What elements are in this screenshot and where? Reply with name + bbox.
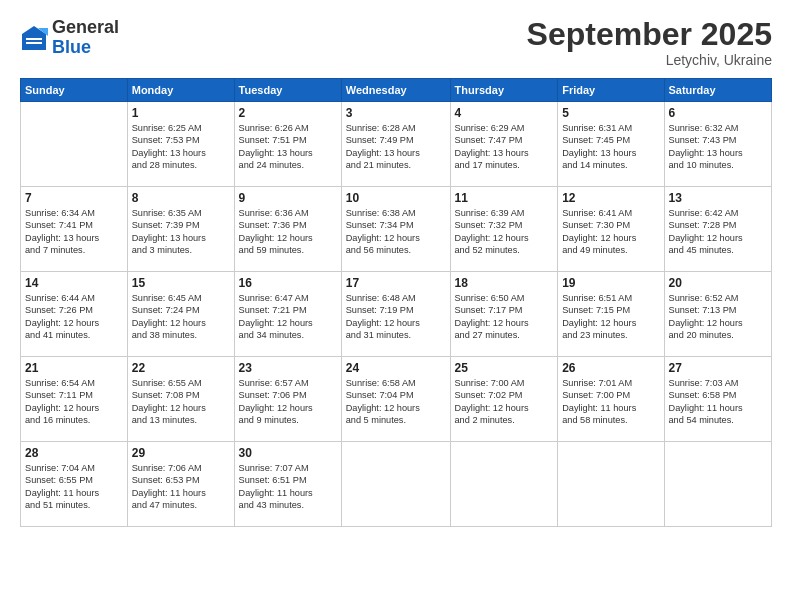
day-info: Sunrise: 6:57 AMSunset: 7:06 PMDaylight:…: [239, 377, 337, 427]
day-number: 1: [132, 106, 230, 120]
day-info: Sunrise: 6:48 AMSunset: 7:19 PMDaylight:…: [346, 292, 446, 342]
calendar-week-row: 21Sunrise: 6:54 AMSunset: 7:11 PMDayligh…: [21, 357, 772, 442]
day-number: 24: [346, 361, 446, 375]
logo-blue-text: Blue: [52, 37, 91, 57]
day-number: 5: [562, 106, 659, 120]
day-number: 17: [346, 276, 446, 290]
day-info: Sunrise: 6:45 AMSunset: 7:24 PMDaylight:…: [132, 292, 230, 342]
day-number: 4: [455, 106, 554, 120]
day-number: 6: [669, 106, 768, 120]
svg-rect-3: [26, 42, 42, 44]
day-info: Sunrise: 7:07 AMSunset: 6:51 PMDaylight:…: [239, 462, 337, 512]
table-row: 5Sunrise: 6:31 AMSunset: 7:45 PMDaylight…: [558, 102, 664, 187]
table-row: 10Sunrise: 6:38 AMSunset: 7:34 PMDayligh…: [341, 187, 450, 272]
day-info: Sunrise: 6:47 AMSunset: 7:21 PMDaylight:…: [239, 292, 337, 342]
day-info: Sunrise: 6:44 AMSunset: 7:26 PMDaylight:…: [25, 292, 123, 342]
day-info: Sunrise: 6:31 AMSunset: 7:45 PMDaylight:…: [562, 122, 659, 172]
table-row: 23Sunrise: 6:57 AMSunset: 7:06 PMDayligh…: [234, 357, 341, 442]
header-saturday: Saturday: [664, 79, 772, 102]
day-info: Sunrise: 6:52 AMSunset: 7:13 PMDaylight:…: [669, 292, 768, 342]
header-monday: Monday: [127, 79, 234, 102]
table-row: 2Sunrise: 6:26 AMSunset: 7:51 PMDaylight…: [234, 102, 341, 187]
day-info: Sunrise: 6:25 AMSunset: 7:53 PMDaylight:…: [132, 122, 230, 172]
logo-icon: [20, 24, 48, 52]
header-friday: Friday: [558, 79, 664, 102]
day-info: Sunrise: 6:29 AMSunset: 7:47 PMDaylight:…: [455, 122, 554, 172]
day-number: 30: [239, 446, 337, 460]
table-row: 7Sunrise: 6:34 AMSunset: 7:41 PMDaylight…: [21, 187, 128, 272]
day-info: Sunrise: 6:41 AMSunset: 7:30 PMDaylight:…: [562, 207, 659, 257]
day-number: 14: [25, 276, 123, 290]
day-number: 23: [239, 361, 337, 375]
day-number: 15: [132, 276, 230, 290]
day-info: Sunrise: 6:35 AMSunset: 7:39 PMDaylight:…: [132, 207, 230, 257]
table-row: 22Sunrise: 6:55 AMSunset: 7:08 PMDayligh…: [127, 357, 234, 442]
table-row: 16Sunrise: 6:47 AMSunset: 7:21 PMDayligh…: [234, 272, 341, 357]
table-row: 29Sunrise: 7:06 AMSunset: 6:53 PMDayligh…: [127, 442, 234, 527]
day-number: 27: [669, 361, 768, 375]
day-number: 13: [669, 191, 768, 205]
table-row: 26Sunrise: 7:01 AMSunset: 7:00 PMDayligh…: [558, 357, 664, 442]
table-row: 20Sunrise: 6:52 AMSunset: 7:13 PMDayligh…: [664, 272, 772, 357]
calendar-week-row: 1Sunrise: 6:25 AMSunset: 7:53 PMDaylight…: [21, 102, 772, 187]
header-sunday: Sunday: [21, 79, 128, 102]
header: General Blue September 2025 Letychiv, Uk…: [20, 18, 772, 68]
day-number: 10: [346, 191, 446, 205]
day-number: 8: [132, 191, 230, 205]
table-row: 15Sunrise: 6:45 AMSunset: 7:24 PMDayligh…: [127, 272, 234, 357]
day-number: 25: [455, 361, 554, 375]
day-info: Sunrise: 6:38 AMSunset: 7:34 PMDaylight:…: [346, 207, 446, 257]
day-number: 29: [132, 446, 230, 460]
table-row: 9Sunrise: 6:36 AMSunset: 7:36 PMDaylight…: [234, 187, 341, 272]
page: General Blue September 2025 Letychiv, Uk…: [0, 0, 792, 612]
day-info: Sunrise: 7:03 AMSunset: 6:58 PMDaylight:…: [669, 377, 768, 427]
day-number: 16: [239, 276, 337, 290]
day-info: Sunrise: 6:58 AMSunset: 7:04 PMDaylight:…: [346, 377, 446, 427]
day-number: 19: [562, 276, 659, 290]
day-info: Sunrise: 6:34 AMSunset: 7:41 PMDaylight:…: [25, 207, 123, 257]
table-row: 8Sunrise: 6:35 AMSunset: 7:39 PMDaylight…: [127, 187, 234, 272]
calendar-week-row: 14Sunrise: 6:44 AMSunset: 7:26 PMDayligh…: [21, 272, 772, 357]
calendar-week-row: 7Sunrise: 6:34 AMSunset: 7:41 PMDaylight…: [21, 187, 772, 272]
day-info: Sunrise: 6:54 AMSunset: 7:11 PMDaylight:…: [25, 377, 123, 427]
day-info: Sunrise: 6:28 AMSunset: 7:49 PMDaylight:…: [346, 122, 446, 172]
table-row: [341, 442, 450, 527]
table-row: 1Sunrise: 6:25 AMSunset: 7:53 PMDaylight…: [127, 102, 234, 187]
day-number: 18: [455, 276, 554, 290]
day-info: Sunrise: 6:32 AMSunset: 7:43 PMDaylight:…: [669, 122, 768, 172]
svg-rect-2: [26, 38, 42, 40]
day-number: 12: [562, 191, 659, 205]
table-row: 12Sunrise: 6:41 AMSunset: 7:30 PMDayligh…: [558, 187, 664, 272]
day-number: 20: [669, 276, 768, 290]
table-row: 13Sunrise: 6:42 AMSunset: 7:28 PMDayligh…: [664, 187, 772, 272]
day-info: Sunrise: 7:04 AMSunset: 6:55 PMDaylight:…: [25, 462, 123, 512]
table-row: 28Sunrise: 7:04 AMSunset: 6:55 PMDayligh…: [21, 442, 128, 527]
day-info: Sunrise: 6:51 AMSunset: 7:15 PMDaylight:…: [562, 292, 659, 342]
day-info: Sunrise: 7:01 AMSunset: 7:00 PMDaylight:…: [562, 377, 659, 427]
table-row: 19Sunrise: 6:51 AMSunset: 7:15 PMDayligh…: [558, 272, 664, 357]
day-info: Sunrise: 6:55 AMSunset: 7:08 PMDaylight:…: [132, 377, 230, 427]
table-row: 11Sunrise: 6:39 AMSunset: 7:32 PMDayligh…: [450, 187, 558, 272]
table-row: 24Sunrise: 6:58 AMSunset: 7:04 PMDayligh…: [341, 357, 450, 442]
table-row: 4Sunrise: 6:29 AMSunset: 7:47 PMDaylight…: [450, 102, 558, 187]
day-number: 22: [132, 361, 230, 375]
location-subtitle: Letychiv, Ukraine: [527, 52, 772, 68]
table-row: 17Sunrise: 6:48 AMSunset: 7:19 PMDayligh…: [341, 272, 450, 357]
calendar-table: Sunday Monday Tuesday Wednesday Thursday…: [20, 78, 772, 527]
day-number: 28: [25, 446, 123, 460]
day-number: 3: [346, 106, 446, 120]
header-thursday: Thursday: [450, 79, 558, 102]
table-row: 25Sunrise: 7:00 AMSunset: 7:02 PMDayligh…: [450, 357, 558, 442]
day-info: Sunrise: 6:39 AMSunset: 7:32 PMDaylight:…: [455, 207, 554, 257]
day-info: Sunrise: 6:26 AMSunset: 7:51 PMDaylight:…: [239, 122, 337, 172]
month-title: September 2025: [527, 18, 772, 50]
logo-general-text: General: [52, 17, 119, 37]
header-tuesday: Tuesday: [234, 79, 341, 102]
logo-text: General Blue: [52, 18, 119, 58]
table-row: 21Sunrise: 6:54 AMSunset: 7:11 PMDayligh…: [21, 357, 128, 442]
day-info: Sunrise: 7:00 AMSunset: 7:02 PMDaylight:…: [455, 377, 554, 427]
day-number: 21: [25, 361, 123, 375]
table-row: 6Sunrise: 6:32 AMSunset: 7:43 PMDaylight…: [664, 102, 772, 187]
calendar-week-row: 28Sunrise: 7:04 AMSunset: 6:55 PMDayligh…: [21, 442, 772, 527]
day-number: 7: [25, 191, 123, 205]
